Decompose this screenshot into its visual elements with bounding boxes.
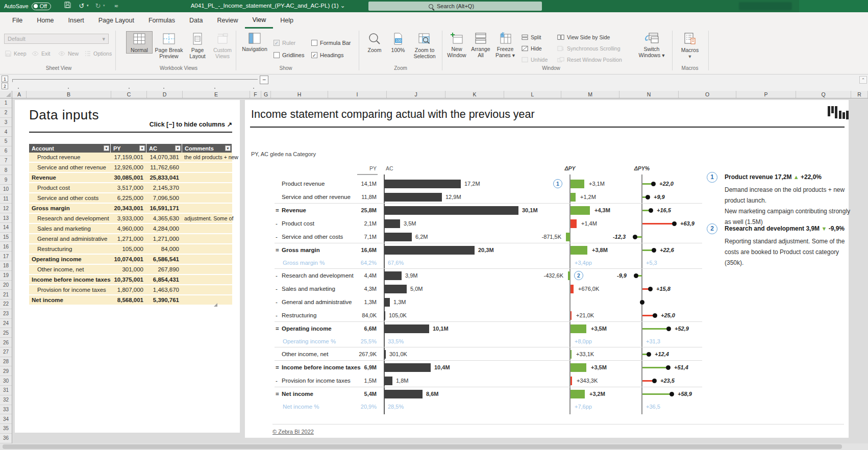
row-header-34[interactable]: 34 bbox=[0, 414, 12, 424]
row-header-16[interactable]: 16 bbox=[0, 242, 12, 252]
search-box[interactable]: Search (Alt+Q) bbox=[368, 2, 542, 11]
table-row[interactable]: Restructuring105,00084,000 bbox=[29, 244, 232, 255]
row-header-1[interactable]: 1 bbox=[0, 98, 12, 108]
row-header-31[interactable]: 31 bbox=[0, 386, 12, 395]
checkbox-icon[interactable]: ✓ bbox=[311, 52, 317, 58]
column-header-G[interactable]: G bbox=[261, 91, 271, 98]
view-side-by-side-button[interactable]: View Side by Side bbox=[557, 33, 610, 42]
column-header-Q[interactable]: Q bbox=[796, 91, 851, 98]
row-header-7[interactable]: 7 bbox=[0, 156, 12, 166]
table-row[interactable]: Provision for income taxes1,807,0001,463… bbox=[29, 285, 232, 295]
tab-review[interactable]: Review bbox=[210, 12, 245, 29]
column-header-J[interactable]: J bbox=[387, 91, 445, 98]
column-header-N[interactable]: N bbox=[619, 91, 679, 98]
document-title[interactable]: A041_PL_-_Income_statement_(PY-AC_and_AC… bbox=[184, 2, 352, 9]
page-layout-view-button[interactable]: Page Layout bbox=[186, 32, 209, 59]
row-header-5[interactable]: 5 bbox=[0, 137, 12, 146]
row-header-15[interactable]: 15 bbox=[0, 233, 12, 242]
row-header-6[interactable]: 6 bbox=[0, 146, 12, 156]
filter-icon[interactable]: ▼ bbox=[139, 145, 145, 151]
row-header-18[interactable]: 18 bbox=[0, 261, 12, 271]
table-row[interactable]: Product revenue17,159,00114,070,381the o… bbox=[29, 153, 232, 163]
row-header-10[interactable]: 10 bbox=[0, 185, 12, 194]
tab-home[interactable]: Home bbox=[30, 12, 61, 29]
row-header-13[interactable]: 13 bbox=[0, 213, 12, 223]
row-header-12[interactable]: 12 bbox=[0, 204, 12, 213]
column-header-C[interactable]: C bbox=[111, 91, 147, 98]
quick-access-customize-icon[interactable]: ≂ bbox=[111, 1, 121, 11]
outline-collapse-dot[interactable] bbox=[163, 88, 164, 89]
row-header-29[interactable]: 29 bbox=[0, 366, 12, 376]
row-header-2[interactable]: 2 bbox=[0, 108, 12, 118]
row-header-8[interactable]: 8 bbox=[0, 165, 12, 175]
tab-data[interactable]: Data bbox=[182, 12, 210, 29]
row-header-11[interactable]: 11 bbox=[0, 194, 12, 204]
save-icon[interactable] bbox=[62, 1, 72, 11]
checkbox-headings[interactable]: ✓Headings bbox=[311, 52, 343, 58]
column-header-M[interactable]: M bbox=[561, 91, 619, 98]
row-header-35[interactable]: 35 bbox=[0, 424, 12, 434]
zoom-to-selection-button[interactable]: Zoom to Selection bbox=[410, 32, 439, 59]
checkbox-formula-bar[interactable]: Formula Bar bbox=[311, 40, 351, 46]
checkbox-gridlines[interactable]: Gridlines bbox=[274, 52, 304, 58]
scrollbar-thumb[interactable] bbox=[3, 444, 842, 449]
column-header-H[interactable]: H bbox=[271, 91, 328, 98]
row-header-27[interactable]: 27 bbox=[0, 347, 12, 357]
column-header-O[interactable]: O bbox=[679, 91, 736, 98]
outline-collapse-dot[interactable] bbox=[214, 88, 215, 89]
macros-button[interactable]: Macros ▾ bbox=[677, 32, 703, 59]
annotation-marker-1[interactable]: 1 bbox=[707, 172, 717, 183]
row-header-9[interactable]: 9 bbox=[0, 175, 12, 185]
table-row[interactable]: Research and development3,933,0004,365,6… bbox=[29, 214, 232, 224]
navigation-button[interactable]: Navigation bbox=[239, 32, 270, 52]
row-header-21[interactable]: 21 bbox=[0, 290, 12, 299]
column-header-L[interactable]: L bbox=[504, 91, 561, 98]
column-header-F[interactable]: F bbox=[250, 91, 261, 98]
outline-collapse-dot[interactable] bbox=[129, 88, 130, 89]
outline-level-1-button[interactable]: 1 bbox=[2, 76, 8, 82]
tab-help[interactable]: Help bbox=[273, 12, 301, 29]
column-header-A[interactable]: A bbox=[12, 91, 27, 98]
zoom-button[interactable]: Zoom bbox=[363, 32, 386, 53]
table-row[interactable]: Service and other costs6,225,0007,096,50… bbox=[29, 193, 232, 204]
autosave-toggle[interactable]: AutoSave Off bbox=[4, 2, 51, 11]
row-header-4[interactable]: 4 bbox=[0, 127, 12, 137]
row-header-20[interactable]: 20 bbox=[0, 281, 12, 290]
checkbox-icon[interactable] bbox=[311, 40, 317, 46]
outline-collapse-dot[interactable] bbox=[68, 88, 69, 89]
row-header-25[interactable]: 25 bbox=[0, 328, 12, 338]
undo-caret-icon[interactable]: ▾ bbox=[87, 4, 89, 8]
column-header-R[interactable]: R bbox=[851, 91, 868, 98]
horizontal-scrollbar[interactable] bbox=[0, 443, 868, 450]
zoom-100-button[interactable]: 100 100% bbox=[387, 32, 409, 53]
switch-windows-button[interactable]: Switch Windows ▾ bbox=[637, 32, 666, 58]
row-header-30[interactable]: 30 bbox=[0, 376, 12, 386]
row-header-33[interactable]: 33 bbox=[0, 405, 12, 415]
hide-columns-hint[interactable]: Click [−] to hide columns ↗ bbox=[100, 120, 232, 128]
column-header-P[interactable]: P bbox=[736, 91, 796, 98]
table-row[interactable]: Net income8,568,0015,390,761 bbox=[29, 295, 232, 306]
page-break-preview-button[interactable]: Page Break Preview bbox=[153, 32, 185, 59]
row-header-32[interactable]: 32 bbox=[0, 395, 12, 405]
freeze-panes-button[interactable]: Freeze Panes ▾ bbox=[493, 32, 517, 58]
annotation-marker-2[interactable]: 2 bbox=[707, 223, 717, 234]
filter-icon[interactable]: ▼ bbox=[225, 145, 231, 151]
tab-insert[interactable]: Insert bbox=[61, 12, 91, 29]
column-header-K[interactable]: K bbox=[445, 91, 504, 98]
tab-page-layout[interactable]: Page Layout bbox=[91, 12, 141, 29]
table-row[interactable]: Operating income10,074,0016,586,541 bbox=[29, 255, 232, 265]
table-row[interactable]: Service and other revenue12,926,00011,76… bbox=[29, 163, 232, 173]
outline-collapse-dot[interactable] bbox=[253, 88, 254, 89]
column-header-D[interactable]: D bbox=[147, 91, 183, 98]
split-button[interactable]: Split bbox=[522, 33, 541, 42]
undo-icon[interactable]: ↺ bbox=[77, 1, 87, 11]
column-header-I[interactable]: I bbox=[328, 91, 387, 98]
table-row[interactable]: Sales and marketing4,960,0004,284,000 bbox=[29, 224, 232, 234]
column-header-E[interactable]: E bbox=[183, 91, 250, 98]
outline-level-2-button[interactable]: 2 bbox=[2, 83, 8, 89]
table-row[interactable]: Revenue30,085,00125,833,041 bbox=[29, 173, 232, 183]
column-header-B[interactable]: B bbox=[27, 91, 111, 98]
row-header-24[interactable]: 24 bbox=[0, 319, 12, 329]
zebra-bi-credit-link[interactable]: © Zebra BI 2022 bbox=[272, 429, 314, 435]
table-row[interactable]: Product cost3,517,0002,145,370 bbox=[29, 183, 232, 193]
